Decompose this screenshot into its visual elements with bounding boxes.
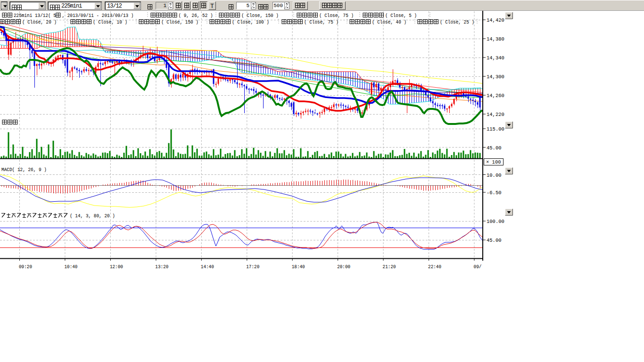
svg-text:( Close, 75 ): ( Close, 75 ) (319, 13, 354, 18)
svg-text:100.00: 100.00 (487, 219, 504, 224)
svg-text:( Close, 150 ): ( Close, 150 ) (161, 19, 198, 25)
svg-text:( Close, 40 ): ( Close, 40 ) (372, 19, 406, 25)
svg-text:17:20: 17:20 (246, 264, 259, 270)
svg-text:12:00: 12:00 (110, 264, 123, 270)
svg-text:115.00: 115.00 (487, 126, 504, 132)
svg-text:( 9, 26, 52 ): ( 9, 26, 52 ) (179, 13, 213, 18)
svg-text:14,340: 14,340 (487, 55, 504, 61)
svg-text:14,380: 14,380 (487, 36, 504, 42)
svg-text:10.00: 10.00 (487, 173, 502, 178)
svg-text:( Close, 5 ): ( Close, 5 ) (385, 13, 417, 18)
svg-text:10:40: 10:40 (64, 264, 77, 270)
svg-text:225mini 13/12( 5: 225mini 13/12( 5 (14, 13, 56, 18)
svg-text:18:40: 18:40 (292, 264, 305, 270)
svg-text:( Close, 25 ): ( Close, 25 ) (440, 19, 474, 25)
svg-text:14,260: 14,260 (487, 93, 504, 99)
svg-text:14,420: 14,420 (487, 17, 504, 23)
svg-text:× 100: × 100 (486, 159, 501, 165)
svg-text:22:40: 22:40 (428, 264, 441, 270)
svg-text:( Close, 20 ): ( Close, 20 ) (22, 19, 57, 25)
svg-text:45.00: 45.00 (487, 145, 502, 151)
svg-text:14,300: 14,300 (487, 74, 504, 80)
svg-text:( 14, 3, 80, 20 ): ( 14, 3, 80, 20 ) (70, 213, 115, 219)
svg-text:45.00: 45.00 (487, 238, 502, 243)
svg-text:13:20: 13:20 (155, 264, 168, 270)
svg-text:( Close, 150 ): ( Close, 150 ) (241, 13, 279, 18)
svg-text:MACD( 12, 26, 9 ): MACD( 12, 26, 9 ) (1, 167, 47, 173)
svg-text:09/: 09/ (474, 264, 482, 270)
svg-text:( Close, 75 ): ( Close, 75 ) (304, 19, 339, 25)
svg-text:14,220: 14,220 (487, 112, 504, 117)
svg-text:, 2013/09/11 - 2013/09/13 ): , 2013/09/11 - 2013/09/13 ) (62, 13, 133, 18)
svg-text:21:20: 21:20 (383, 264, 396, 270)
svg-text:20:00: 20:00 (337, 264, 350, 270)
svg-text:09:20: 09:20 (19, 264, 32, 270)
svg-text:( Close, 100 ): ( Close, 100 ) (232, 19, 269, 25)
svg-text:14:40: 14:40 (201, 264, 214, 270)
svg-text:( Close, 10 ): ( Close, 10 ) (93, 19, 127, 25)
svg-text:-6.50: -6.50 (487, 190, 502, 196)
